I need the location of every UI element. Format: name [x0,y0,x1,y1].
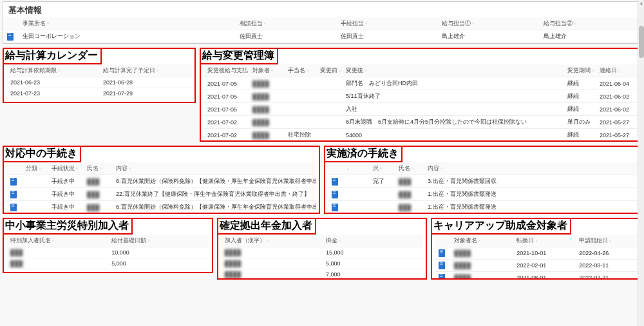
table-row[interactable]: ████7,000 [221,269,424,279]
table-row[interactable]: 手続き中███6:育児休業開始（保険料免除）【健康保険・厚生年金保険育児休業取得… [6,201,316,213]
table-row[interactable]: 手続き中███6:育児休業開始（保険料免除）【健康保険・厚生年金保険育児休業取得… [6,175,316,188]
scroll-thumb[interactable] [639,26,644,58]
document-icon[interactable] [10,191,17,198]
career-up-table: 対象者名 転換日 申請開始日 ████2021-10-012022-04-26█… [435,235,638,278]
in-progress-panel: 対応中の手続き 分類 手続状況 氏名 内容 手続き中███6:育児休業開始（保険… [3,146,320,214]
basic-info-table: 事業所名 相談担当 手続担当 給与担当① 給与担当② 生田コーポレーション 佐田… [3,17,641,43]
scroll-up-icon[interactable]: ▴ [638,0,644,6]
document-icon[interactable] [439,249,445,257]
sme-rousai-panel: 中小事業主労災特別加入者 特別加入者氏名 給付基礎日額 ███10,000███… [3,218,213,273]
document-icon[interactable] [7,33,14,41]
table-row[interactable]: ████2022-02-012022-08-11 [435,260,638,272]
vertical-scrollbar[interactable]: ▴ [638,0,644,326]
table-row[interactable]: ████15,000 [221,247,424,258]
in-progress-table: 分類 手続状況 氏名 内容 手続き中███6:育児休業開始（保険料免除）【健康保… [6,162,316,213]
table-row[interactable]: ████5,000 [221,258,424,269]
table-row[interactable]: 2021-07-05████5/11育休終了継続2021-06-02 [204,90,638,103]
dc-pension-table: 加入者（漢字） 掛金 ████15,000████5,000████7,000 [221,235,424,278]
table-row[interactable]: ████2021-10-012022-04-26 [435,247,638,260]
change-register-table: 変更後給与支払日 対象者 手当名 変更前 変更後 変更期間 連絡日 2021-0… [204,64,638,140]
basic-info-panel: 基本情報 事業所名 相談担当 手続担当 給与担当① 給与担当② 生田コーポレーシ… [3,1,641,44]
col-pay2[interactable]: 給与担当② [540,17,641,30]
basic-info-title: 基本情報 [3,2,641,17]
table-row[interactable]: 手続き中███22:育児休業終了【健康保険・厚生年金保険育児休業取得者申出書・終… [6,188,316,201]
panel-title: 給与変更管理簿 [202,50,274,61]
table-row[interactable]: 2021-07-05████入社継続2021-06-02 [204,103,638,116]
completed-table: 沢 氏名 内容 完了███3:出産・育児関係書類回収███1:出産・育児関係書類… [328,162,638,213]
table-row[interactable]: ███1:出産・育児関係書類発送 [328,188,638,201]
change-register-panel: 給与変更管理簿 変更後給与支払日 対象者 手当名 変更前 変更後 変更期間 連絡… [200,48,641,142]
payroll-calendar-panel: 給与計算カレンダー 給与計算依頼期限 給与計算完了予定日 2021-06-232… [3,48,196,103]
panel-title: 中小事業主労災特別加入者 [5,220,129,231]
table-row[interactable]: ███10,000 [6,247,209,258]
table-row[interactable]: 2021-06-232021-06-28 [6,77,192,88]
table-row[interactable]: 2021-07-05████部門名 みどり合同HD内田継続2021-06-04 [204,77,638,90]
panel-title: 確定拠出年金加入者 [220,220,312,231]
completed-panel: 実施済の手続き 沢 氏名 内容 完了███3:出産・育児関係書類回収███1:出… [324,146,641,214]
col-office[interactable]: 事業所名 [19,17,236,30]
table-row[interactable]: 2021-07-02████社宅控除54000継続2021-05-27 [204,129,638,141]
document-icon[interactable] [439,274,445,278]
col-pay1[interactable]: 給与担当① [438,17,539,30]
document-icon[interactable] [439,262,445,269]
panel-title: 給与計算カレンダー [5,50,98,61]
document-icon[interactable] [332,204,338,211]
panel-title: 実施済の手続き [327,148,399,158]
career-up-panel: キャリアアップ助成金対象者 対象者名 転換日 申請開始日 ████2021-10… [431,218,641,280]
table-row[interactable]: 2021-07-232021-07-29 [6,88,192,99]
dc-pension-panel: 確定拠出年金加入者 加入者（漢字） 掛金 ████15,000████5,000… [217,218,428,280]
panel-title: キャリアアップ助成金対象者 [433,220,567,231]
panel-title: 対応中の手続き [5,148,77,158]
table-row[interactable]: 生田コーポレーション 佐田直士 佐田直士 鳥上雄介 鳥上雄介 [3,30,641,43]
document-icon[interactable] [10,204,17,211]
table-row[interactable]: ███5,000 [6,258,209,269]
table-row[interactable]: 2021-07-02████6月末退職 6月支給時に4月分5月分控除したので今回… [204,116,638,129]
col-consult[interactable]: 相談担当 [236,17,337,30]
table-row[interactable]: 完了███3:出産・育児関係書類回収 [328,175,638,188]
document-icon[interactable] [332,191,338,198]
document-icon[interactable] [332,178,338,186]
payroll-calendar-table: 給与計算依頼期限 給与計算完了予定日 2021-06-232021-06-282… [6,64,192,99]
col-proc[interactable]: 手続担当 [337,17,438,30]
office-name: 生田コーポレーション [19,30,236,43]
document-icon[interactable] [10,178,17,186]
table-row[interactable]: ████2021-08-012022-02-21 [435,272,638,279]
table-row[interactable]: ███1:出産・育児関係書類発送 [328,201,638,213]
sme-rousai-table: 特別加入者氏名 給付基礎日額 ███10,000███5,000 [6,235,209,269]
